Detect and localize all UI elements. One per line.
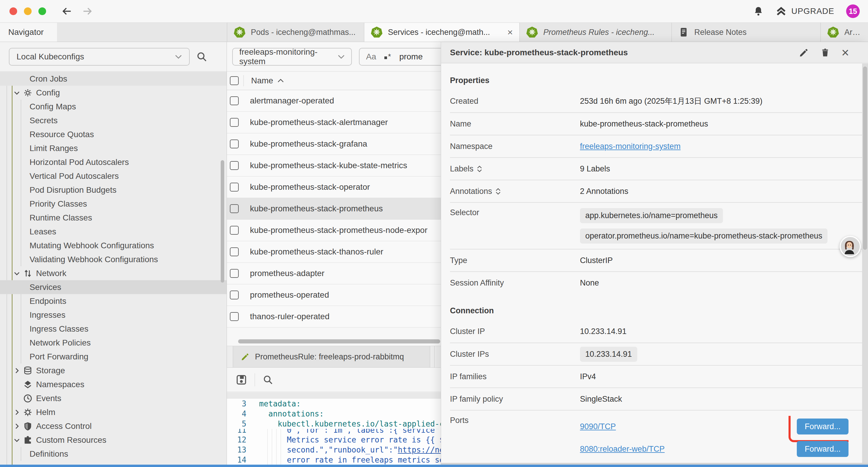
row-checkbox[interactable]	[230, 269, 239, 278]
namespace-link[interactable]: freeleaps-monitoring-system	[580, 142, 681, 151]
close-icon[interactable]: ×	[841, 46, 849, 59]
sidebar-item-vertical-pod-autoscalers[interactable]: Vertical Pod Autoscalers	[0, 169, 226, 183]
sidebar-search-icon[interactable]	[196, 51, 208, 62]
sidebar-item-port-forwarding[interactable]: Port Forwarding	[0, 350, 226, 363]
sidebar-item-endpoints[interactable]: Endpoints	[0, 294, 226, 308]
sidebar-item-events[interactable]: Events	[0, 391, 226, 405]
detail-scrollbar-track[interactable]	[862, 63, 868, 463]
shield-icon	[23, 421, 33, 431]
edit-pencil-icon[interactable]	[799, 48, 809, 58]
sidebar-item-runtime-classes[interactable]: Runtime Classes	[0, 211, 226, 225]
tab-release[interactable]: Release Notes	[672, 23, 821, 42]
forward-button[interactable]: Forward...	[797, 441, 848, 457]
row-checkbox[interactable]	[230, 291, 239, 299]
sidebar-item-ingress-classes[interactable]: Ingress Classes	[0, 322, 226, 336]
delete-trash-icon[interactable]	[820, 48, 830, 58]
upgrade-label: UPGRADE	[792, 6, 834, 16]
back-arrow-icon[interactable]	[61, 6, 72, 17]
tab-prometheus[interactable]: Prometheus Rules - icecheng...	[520, 23, 672, 42]
sidebar-item-validating-webhook-configurations[interactable]: Validating Webhook Configurations	[0, 253, 226, 266]
row-checkbox[interactable]	[230, 226, 239, 235]
chevron-right-icon[interactable]	[13, 409, 20, 415]
minimize-window-button[interactable]	[24, 7, 32, 15]
sidebar-item-label: Secrets	[0, 116, 58, 125]
sidebar-scrollbar[interactable]	[221, 160, 224, 283]
zoom-window-button[interactable]	[38, 7, 46, 15]
profile-badge[interactable]: 15	[846, 4, 860, 18]
row-checkbox[interactable]	[230, 96, 239, 105]
detail-row-ip-families: IP familiesIPv4	[450, 365, 862, 387]
sidebar-item-definitions[interactable]: Definitions	[0, 447, 226, 461]
forward-arrow-icon[interactable]	[82, 6, 93, 17]
tab-argo[interactable]: Argo Se	[821, 23, 868, 42]
regex-toggle[interactable]: *	[384, 52, 391, 61]
save-icon[interactable]	[236, 374, 247, 385]
sidebar-item-namespaces[interactable]: Namespaces	[0, 377, 226, 391]
sidebar-item-limit-ranges[interactable]: Limit Ranges	[0, 141, 226, 155]
sidebar-item-access-control[interactable]: Access Control	[0, 419, 226, 433]
detail-row-namespace: Namespacefreeleaps-monitoring-system	[450, 135, 862, 157]
row-checkbox[interactable]	[230, 204, 239, 213]
row-checkbox[interactable]	[230, 161, 239, 170]
chevron-right-icon[interactable]	[13, 368, 20, 374]
expand-sorter-icon[interactable]	[496, 188, 500, 195]
navigator-panel-tab[interactable]: Navigator	[0, 23, 57, 42]
service-name: prometheus-adapter	[250, 269, 324, 278]
window-titlebar: UPGRADE 15	[0, 0, 868, 23]
sidebar-item-mutating-webhook-configurations[interactable]: Mutating Webhook Configurations	[0, 238, 226, 253]
editor-tab[interactable]: PrometheusRule: freeleaps-prod-rabbitmq	[233, 346, 430, 368]
sidebar-item-leases[interactable]: Leases	[0, 225, 226, 238]
table-horizontal-scrollbar[interactable]	[238, 339, 440, 344]
forward-button[interactable]: Forward...	[797, 418, 848, 435]
match-case-toggle[interactable]: Aa	[366, 52, 376, 61]
sidebar-item-custom-resources[interactable]: Custom Resources	[0, 433, 226, 447]
detail-row-created: Created253d 16h 6m ago (2025年1月13日 GMT+8…	[450, 90, 862, 112]
sidebar-item-secrets[interactable]: Secrets	[0, 114, 226, 127]
sidebar-item-horizontal-pod-autoscalers[interactable]: Horizontal Pod Autoscalers	[0, 155, 226, 169]
row-checkbox[interactable]	[230, 247, 239, 256]
sidebar-item-priority-classes[interactable]: Priority Classes	[0, 197, 226, 211]
close-window-button[interactable]	[9, 7, 17, 15]
sidebar-item-pod-disruption-budgets[interactable]: Pod Disruption Budgets	[0, 183, 226, 197]
tab-pods[interactable]: Pods - icecheng@mathmas...	[227, 23, 364, 42]
sidebar-item-label: Config Maps	[0, 102, 76, 111]
port-link[interactable]: 8080:reloader-web/TCP	[580, 444, 665, 454]
service-name: kube-prometheus-stack-thanos-ruler	[250, 247, 383, 257]
close-tab-icon[interactable]: ×	[504, 28, 513, 37]
tab-services[interactable]: Services - icecheng@math...×	[364, 23, 520, 42]
row-checkbox[interactable]	[230, 312, 239, 321]
detail-value: 2 Annotations	[580, 187, 848, 196]
sidebar-item-resource-quotas[interactable]: Resource Quotas	[0, 127, 226, 141]
sidebar-item-ingresses[interactable]: Ingresses	[0, 308, 226, 322]
sidebar-item-config-maps[interactable]: Config Maps	[0, 99, 226, 114]
chevron-down-icon[interactable]	[13, 90, 20, 96]
name-column-header[interactable]: Name	[251, 76, 273, 85]
sidebar-item-config[interactable]: Config	[0, 86, 226, 99]
sidebar-item-cron-jobs[interactable]: Cron Jobs	[0, 72, 226, 86]
select-all-checkbox[interactable]	[230, 76, 239, 85]
sidebar-item-services[interactable]: Services	[0, 280, 226, 294]
chevron-down-icon[interactable]	[13, 437, 20, 443]
row-checkbox[interactable]	[230, 118, 239, 127]
expand-sorter-icon[interactable]	[477, 166, 482, 172]
chevron-right-icon[interactable]	[13, 423, 20, 430]
namespace-selector[interactable]: freeleaps-monitoring-system	[232, 48, 352, 66]
sort-asc-icon[interactable]	[277, 79, 284, 83]
detail-value: 9 Labels	[580, 164, 848, 174]
editor-search-icon[interactable]	[262, 375, 273, 385]
sidebar-item-storage[interactable]: Storage	[0, 363, 226, 377]
notifications-bell-icon[interactable]	[753, 6, 764, 17]
detail-scrollbar-thumb[interactable]	[863, 66, 867, 250]
chevron-down-icon	[338, 54, 345, 59]
upgrade-button[interactable]: UPGRADE	[776, 6, 834, 17]
sidebar-item-network[interactable]: Network	[0, 266, 226, 280]
sidebar-item-helm[interactable]: Helm	[0, 405, 226, 419]
user-avatar[interactable]	[840, 236, 861, 257]
selector-badge: operator.prometheus.io/name=kube-prometh…	[580, 229, 828, 243]
kubeconfig-selector[interactable]: Local Kubeconfigs	[9, 48, 190, 66]
port-link[interactable]: 9090/TCP	[580, 422, 616, 431]
row-checkbox[interactable]	[230, 183, 239, 192]
sidebar-item-network-policies[interactable]: Network Policies	[0, 336, 226, 350]
chevron-down-icon[interactable]	[13, 270, 20, 276]
row-checkbox[interactable]	[230, 140, 239, 148]
